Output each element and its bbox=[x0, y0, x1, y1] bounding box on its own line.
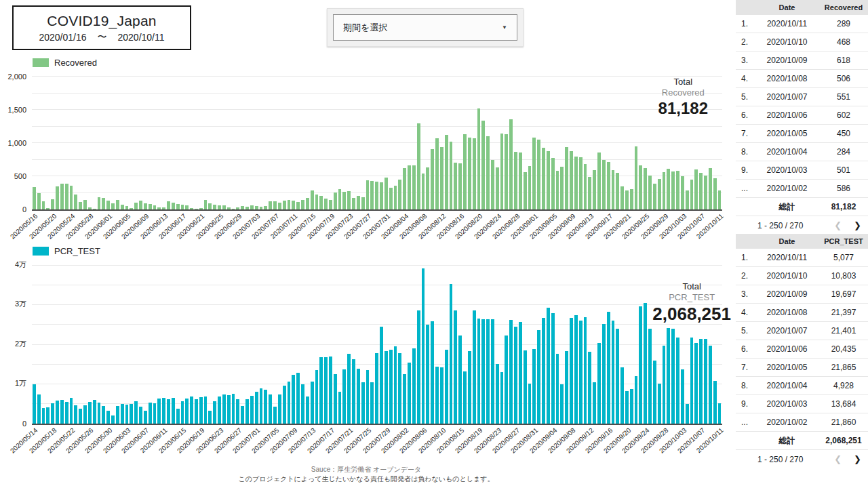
bar-2020/09/12[interactable] bbox=[588, 352, 591, 424]
bar-2020/06/02[interactable] bbox=[121, 404, 124, 424]
bar-2020/09/02[interactable] bbox=[542, 318, 545, 424]
bar-2020/10/01[interactable] bbox=[671, 171, 675, 209]
bar-2020/06/17[interactable] bbox=[181, 205, 184, 209]
bar-2020/08/01[interactable] bbox=[389, 188, 393, 209]
bar-2020/08/11[interactable] bbox=[445, 350, 448, 424]
bar-2020/09/20[interactable] bbox=[625, 391, 629, 424]
bar-2020/08/22[interactable] bbox=[486, 136, 490, 209]
bar-2020/08/15[interactable] bbox=[454, 163, 457, 209]
bar-2020/07/05[interactable] bbox=[273, 407, 277, 424]
bar-2020/06/27[interactable] bbox=[227, 207, 231, 209]
bar-2020/08/20[interactable] bbox=[481, 319, 485, 424]
bar-2020/09/15[interactable] bbox=[597, 152, 601, 209]
bar-2020/05/29[interactable] bbox=[93, 209, 96, 209]
bar-2020/08/02[interactable] bbox=[403, 374, 406, 424]
bar-2020/06/28[interactable] bbox=[232, 209, 235, 209]
bar-2020/09/18[interactable] bbox=[612, 170, 615, 209]
bar-2020/05/24[interactable] bbox=[70, 186, 73, 209]
bar-2020/08/01[interactable] bbox=[398, 353, 401, 424]
bar-2020/08/19[interactable] bbox=[477, 319, 481, 424]
bar-2020/05/17[interactable] bbox=[37, 193, 41, 210]
bar-2020/07/14[interactable] bbox=[306, 198, 309, 209]
bar-2020/09/06[interactable] bbox=[556, 171, 559, 209]
bar-2020/05/14[interactable] bbox=[33, 384, 36, 424]
bar-2020/08/04[interactable] bbox=[412, 348, 416, 424]
bar-2020/06/26[interactable] bbox=[222, 205, 226, 209]
bar-2020/07/22[interactable] bbox=[352, 359, 355, 424]
bar-2020/10/05[interactable] bbox=[690, 338, 694, 424]
bar-2020/09/13[interactable] bbox=[588, 177, 591, 210]
bar-2020/06/13[interactable] bbox=[162, 207, 165, 209]
bar-2020/05/28[interactable] bbox=[98, 403, 101, 424]
bar-2020/08/07[interactable] bbox=[426, 325, 429, 424]
bar-2020/09/07[interactable] bbox=[560, 167, 564, 209]
bar-2020/07/27[interactable] bbox=[366, 180, 370, 209]
bar-2020/05/25[interactable] bbox=[83, 405, 87, 424]
bar-2020/08/12[interactable] bbox=[450, 284, 453, 424]
bar-2020/05/27[interactable] bbox=[93, 400, 96, 424]
bar-2020/08/05[interactable] bbox=[417, 310, 420, 424]
bar-2020/05/28[interactable] bbox=[88, 207, 92, 209]
bar-2020/08/24[interactable] bbox=[496, 167, 499, 209]
bar-2020/06/09[interactable] bbox=[153, 403, 157, 424]
bar-2020/07/20[interactable] bbox=[342, 369, 346, 424]
bar-2020/07/11[interactable] bbox=[292, 201, 295, 209]
bar-2020/09/09[interactable] bbox=[574, 315, 578, 424]
date-column-header[interactable]: Date bbox=[755, 237, 819, 245]
bar-2020/08/26[interactable] bbox=[509, 320, 513, 424]
table-row[interactable]: 9.2020/10/03501 bbox=[736, 161, 868, 180]
bar-2020/06/05[interactable] bbox=[125, 206, 129, 209]
bar-2020/06/12[interactable] bbox=[157, 207, 161, 209]
bar-2020/07/06[interactable] bbox=[269, 201, 272, 209]
bar-2020/07/28[interactable] bbox=[380, 327, 383, 424]
bar-2020/09/26[interactable] bbox=[653, 361, 656, 424]
bar-2020/07/07[interactable] bbox=[273, 201, 277, 209]
bar-2020/08/10[interactable] bbox=[431, 149, 434, 209]
bar-2020/09/01[interactable] bbox=[532, 138, 536, 209]
value-column-header[interactable]: Recovered bbox=[819, 3, 868, 12]
bar-2020/10/11[interactable] bbox=[718, 403, 722, 424]
table-row[interactable]: 9.2020/10/0313,684 bbox=[736, 395, 868, 413]
bar-2020/08/14[interactable] bbox=[450, 142, 453, 209]
table-row[interactable]: 3.2020/10/09618 bbox=[736, 52, 868, 70]
table-row[interactable]: 8.2020/10/04284 bbox=[736, 143, 868, 161]
bar-2020/09/27[interactable] bbox=[658, 384, 661, 424]
table-row[interactable]: 4.2020/10/0821,397 bbox=[736, 304, 868, 322]
table-row[interactable]: 7.2020/10/05450 bbox=[736, 125, 868, 143]
bar-2020/10/08[interactable] bbox=[704, 176, 707, 209]
bar-2020/08/26[interactable] bbox=[505, 134, 508, 209]
bar-2020/09/08[interactable] bbox=[570, 318, 573, 424]
bar-2020/09/07[interactable] bbox=[565, 351, 568, 424]
bar-2020/06/25[interactable] bbox=[227, 395, 231, 424]
bar-2020/09/21[interactable] bbox=[625, 190, 629, 209]
bar-2020/09/26[interactable] bbox=[648, 176, 652, 209]
bar-2020/06/06[interactable] bbox=[139, 407, 142, 424]
bar-2020/06/23[interactable] bbox=[208, 203, 212, 209]
bar-2020/06/16[interactable] bbox=[185, 399, 189, 424]
bar-2020/07/17[interactable] bbox=[319, 196, 323, 209]
bar-2020/06/23[interactable] bbox=[218, 396, 221, 424]
bar-2020/07/25[interactable] bbox=[357, 196, 360, 209]
bar-2020/07/23[interactable] bbox=[347, 191, 351, 209]
bar-2020/10/05[interactable] bbox=[690, 180, 694, 209]
bar-2020/06/24[interactable] bbox=[213, 205, 216, 209]
bar-2020/06/19[interactable] bbox=[190, 208, 193, 209]
bar-2020/10/06[interactable] bbox=[694, 343, 698, 424]
bar-2020/07/15[interactable] bbox=[311, 190, 314, 209]
bar-2020/06/10[interactable] bbox=[149, 204, 152, 209]
table-row[interactable]: 5.2020/10/07551 bbox=[736, 88, 868, 106]
bar-2020/08/31[interactable] bbox=[528, 166, 532, 209]
bar-2020/08/10[interactable] bbox=[440, 367, 443, 424]
bar-2020/06/08[interactable] bbox=[149, 403, 152, 424]
bar-2020/06/04[interactable] bbox=[130, 404, 133, 424]
bar-2020/05/15[interactable] bbox=[37, 394, 41, 424]
bar-2020/09/16[interactable] bbox=[607, 312, 610, 424]
table-row[interactable]: 6.2020/10/0620,435 bbox=[736, 340, 868, 359]
bar-2020/09/23[interactable] bbox=[639, 306, 642, 424]
bar-2020/06/21[interactable] bbox=[208, 411, 212, 424]
bar-2020/07/01[interactable] bbox=[245, 207, 249, 209]
bar-2020/06/18[interactable] bbox=[185, 205, 189, 209]
bar-2020/07/19[interactable] bbox=[338, 392, 342, 424]
bar-2020/10/04[interactable] bbox=[686, 190, 689, 209]
bar-2020/06/06[interactable] bbox=[130, 208, 133, 209]
